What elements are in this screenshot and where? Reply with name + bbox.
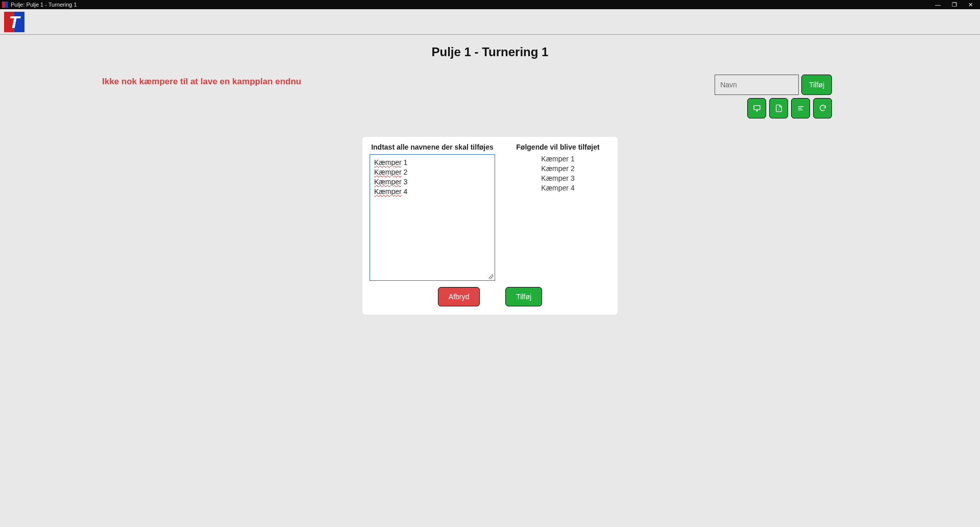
dialog-right-title: Følgende vil blive tilføjet [505,143,610,151]
textarea-line: Kæmper 4 [374,187,491,197]
maximize-icon[interactable]: ❐ [952,2,957,8]
align-left-icon [797,104,805,112]
add-button[interactable]: Tilføj [801,75,832,95]
textarea-line: Kæmper 1 [374,158,491,167]
dialog-left-title: Indtast alle navnene der skal tilføjes [370,143,495,151]
file-pdf-icon [775,104,783,112]
names-textarea[interactable]: Kæmper 1Kæmper 2Kæmper 3Kæmper 4 [370,154,495,281]
pdf-button[interactable] [769,98,788,118]
preview-item: Kæmper 3 [505,174,610,183]
warning-message: Ikke nok kæmpere til at lave en kampplan… [102,77,301,87]
app-icon-small [2,2,8,8]
resize-handle-icon[interactable] [488,274,494,279]
add-names-dialog: Indtast alle navnene der skal tilføjes K… [362,137,618,315]
svg-rect-0 [754,106,760,110]
close-icon[interactable]: ✕ [968,2,973,8]
preview-list: Kæmper 1Kæmper 2Kæmper 3Kæmper 4 [505,154,610,193]
preview-item: Kæmper 1 [505,154,610,164]
window-title: Pulje: Pulje 1 - Turnering 1 [11,2,77,8]
monitor-icon [753,104,761,112]
confirm-add-button[interactable]: Tilføj [505,287,542,306]
screen-button[interactable] [747,98,766,118]
list-button[interactable] [791,98,810,118]
cancel-button[interactable]: Afbryd [438,287,480,306]
app-logo[interactable]: T [4,12,24,32]
app-toolbar: T [0,9,980,35]
refresh-button[interactable] [813,98,832,118]
preview-item: Kæmper 2 [505,164,610,174]
preview-item: Kæmper 4 [505,183,610,193]
name-input[interactable] [715,75,799,95]
textarea-line: Kæmper 3 [374,177,491,187]
page-title: Pulje 1 - Turnering 1 [0,45,980,59]
textarea-line: Kæmper 2 [374,167,491,177]
window-titlebar: Pulje: Pulje 1 - Turnering 1 — ❐ ✕ [0,0,980,9]
minimize-icon[interactable]: — [935,2,941,8]
refresh-icon [819,104,827,112]
right-controls: Tilføj [715,75,832,118]
svg-point-3 [778,109,779,110]
